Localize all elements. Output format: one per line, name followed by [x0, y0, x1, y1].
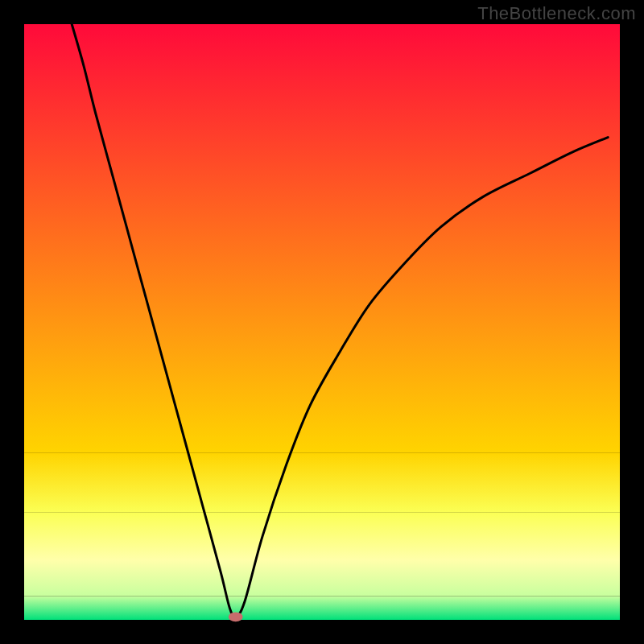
- gradient-band: [24, 453, 620, 513]
- gradient-band: [24, 596, 620, 620]
- minimum-marker: [229, 612, 243, 621]
- gradient-band: [24, 513, 620, 560]
- chart-container: { "watermark": "TheBottleneck.com", "col…: [0, 0, 644, 644]
- gradient-band: [24, 560, 620, 596]
- gradient-band: [24, 24, 620, 453]
- bottleneck-chart: [0, 0, 644, 644]
- watermark-text: TheBottleneck.com: [477, 3, 636, 24]
- plot-area: [24, 24, 620, 621]
